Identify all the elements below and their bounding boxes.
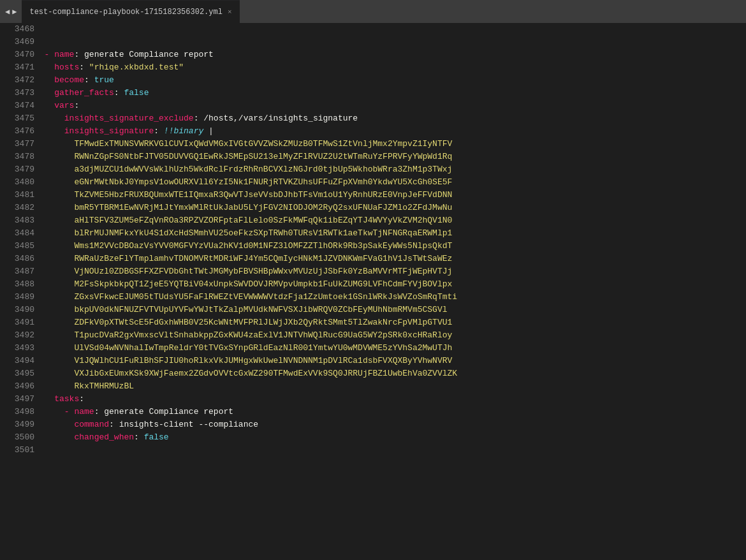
table-row: 3481 TkZVME5HbzFRUXBQUmxWTE1IQmxaR3QwVTJ… xyxy=(0,189,746,202)
tab-close-button[interactable]: × xyxy=(228,8,232,16)
code-line: V1JQWlhCU1FuRlBhSFJIU0hoRlkxVkJUMHgxWkUw… xyxy=(34,355,746,367)
forward-arrow[interactable]: ▶ xyxy=(12,7,17,17)
line-number: 3486 xyxy=(0,253,34,265)
code-line: ZDFkV0pXTWtScE5FdGxhWHB0V25KcWNtMVFPRlJL… xyxy=(34,316,746,329)
table-row: 3498 - name: generate Compliance report xyxy=(0,406,746,418)
code-line: command: insights-client --compliance xyxy=(34,418,746,431)
line-number: 3490 xyxy=(0,304,34,316)
editor-window: ◀ ▶ test-compliance-playbook-17151823563… xyxy=(0,0,746,560)
line-number: 3474 xyxy=(0,99,34,112)
title-bar: ◀ ▶ test-compliance-playbook-17151823563… xyxy=(0,0,746,23)
table-row: 3476 insights_signature: !!binary | xyxy=(0,125,746,138)
table-row: 3471 hosts: "rhiqe.xkbdxd.test" xyxy=(0,61,746,74)
line-number: 3468 xyxy=(0,23,34,36)
code-line: ZGxsVFkwcEJUM05tTUdsYU5FaFlRWEZtVEVWWWWV… xyxy=(34,291,746,304)
code-line: - name: generate Compliance report xyxy=(34,48,746,61)
table-row: 3484 blRrMUJNMFkxYkU4S1dXcHdSMmhVU25oeFk… xyxy=(0,227,746,240)
line-number: 3499 xyxy=(0,418,34,431)
line-number: 3478 xyxy=(0,151,34,163)
code-line: eGNrMWtNbkJ0YmpsV1owOURXVll6YzI5Nk1FNURj… xyxy=(34,176,746,189)
code-line: aHlTSFV3ZUM5eFZqVnROa3RPZVZORFptaFlLelo0… xyxy=(34,214,746,227)
table-row: 3497 tasks: xyxy=(0,393,746,406)
line-number: 3501 xyxy=(0,444,34,457)
line-number: 3494 xyxy=(0,355,34,367)
line-number: 3477 xyxy=(0,138,34,151)
editor-scroll-area[interactable]: 3468 3469 3470 - name: generate Complian… xyxy=(0,23,746,560)
code-line: vars: xyxy=(34,99,746,112)
table-row: 3493 UlVSd04wNVNhalIwTmpReldrY0tTVGxSYnp… xyxy=(0,342,746,355)
line-number: 3470 xyxy=(0,48,34,61)
line-number: 3473 xyxy=(0,87,34,99)
line-number: 3488 xyxy=(0,278,34,291)
table-row: 3482 bmR5YTBRM1EwNVRjM1JtYmxWMlRtUkJabU5… xyxy=(0,202,746,214)
table-row: 3491 ZDFkV0pXTWtScE5FdGxhWHB0V25KcWNtMVF… xyxy=(0,316,746,329)
code-line xyxy=(34,23,746,36)
line-number: 3496 xyxy=(0,380,34,393)
line-number: 3497 xyxy=(0,393,34,406)
table-row: 3490 bkpUV0dkNFNUZFVTVUpUYVFwYWJtTkZalpM… xyxy=(0,304,746,316)
line-number: 3493 xyxy=(0,342,34,355)
table-row: 3495 VXJibGxEUmxKSk9XWjFaemx2ZGdvOVVtcGx… xyxy=(0,367,746,380)
code-line: RkxTMHRMUzBL xyxy=(34,380,746,393)
table-row: 3469 xyxy=(0,36,746,48)
code-line: insights_signature_exclude: /hosts,/vars… xyxy=(34,112,746,125)
code-line: tasks: xyxy=(34,393,746,406)
editor-tab[interactable]: test-compliance-playbook-1715182356302.y… xyxy=(22,0,239,23)
table-row: 3492 T1pucDVaR2gxVmxscVltSnhabkppZGxKWU4… xyxy=(0,329,746,342)
line-number: 3469 xyxy=(0,36,34,48)
table-row: 3487 VjNOUzl0ZDBGSFFXZFVDbGhtTWtJMGMybFB… xyxy=(0,265,746,278)
line-number: 3480 xyxy=(0,176,34,189)
code-line: TFMwdExTMUNSVWRKVGlCUVIxQWdVMGxIVGtGVVZW… xyxy=(34,138,746,151)
line-number: 3485 xyxy=(0,240,34,253)
line-number: 3489 xyxy=(0,291,34,304)
code-line: changed_when: false xyxy=(34,431,746,444)
code-line: RWRaUzBzeFlYTmplamhvTDNOMVRtMDRiWFJ4Ym5C… xyxy=(34,253,746,265)
line-number: 3487 xyxy=(0,265,34,278)
line-number: 3476 xyxy=(0,125,34,138)
line-number: 3479 xyxy=(0,163,34,176)
table-row: 3479 a3djMUZCU1dwWVVsWklhUzh5WkdRclFrdzR… xyxy=(0,163,746,176)
nav-arrows[interactable]: ◀ ▶ xyxy=(5,7,17,17)
line-number: 3481 xyxy=(0,189,34,202)
line-number: 3500 xyxy=(0,431,34,444)
table-row: 3475 insights_signature_exclude: /hosts,… xyxy=(0,112,746,125)
table-row: 3494 V1JQWlhCU1FuRlBhSFJIU0hoRlkxVkJUMHg… xyxy=(0,355,746,367)
table-row: 3488 M2FsSkpkbkpQT1ZjeE5YQTBiV04xUnpkSWV… xyxy=(0,278,746,291)
table-row: 3468 xyxy=(0,23,746,36)
code-line: VjNOUzl0ZDBGSFFXZFVDbGhtTWtJMGMybFBVSHBp… xyxy=(34,265,746,278)
code-line: a3djMUZCU1dwWVVsWklhUzh5WkdRclFrdzRhRnBC… xyxy=(34,163,746,176)
code-line xyxy=(34,444,746,457)
tab-filename: test-compliance-playbook-1715182356302.y… xyxy=(29,8,222,17)
code-line: blRrMUJNMFkxYkU4S1dXcHdSMmhVU25oeFkzSXpT… xyxy=(34,227,746,240)
line-number: 3491 xyxy=(0,316,34,329)
code-line: gather_facts: false xyxy=(34,87,746,99)
back-arrow[interactable]: ◀ xyxy=(5,7,10,17)
table-row: 3483 aHlTSFV3ZUM5eFZqVnROa3RPZVZORFptaFl… xyxy=(0,214,746,227)
code-line: become: true xyxy=(34,74,746,87)
table-row: 3501 xyxy=(0,444,746,457)
line-number: 3475 xyxy=(0,112,34,125)
code-line: VXJibGxEUmxKSk9XWjFaemx2ZGdvOVVtcGxWZ290… xyxy=(34,367,746,380)
code-table: 3468 3469 3470 - name: generate Complian… xyxy=(0,23,746,457)
table-row: 3485 Wms1M2VVcDBOazVsYVV0MGFVYzVUa2hKV1d… xyxy=(0,240,746,253)
table-row: 3473 gather_facts: false xyxy=(0,87,746,99)
line-number: 3498 xyxy=(0,406,34,418)
code-line: bmR5YTBRM1EwNVRjM1JtYmxWMlRtUkJabU5LYjFG… xyxy=(34,202,746,214)
line-number: 3471 xyxy=(0,61,34,74)
code-line: Wms1M2VVcDBOazVsYVV0MGFVYzVUa2hKV1d0M1NF… xyxy=(34,240,746,253)
line-number: 3472 xyxy=(0,74,34,87)
table-row: 3489 ZGxsVFkwcEJUM05tTUdsYU5FaFlRWEZtVEV… xyxy=(0,291,746,304)
line-number: 3484 xyxy=(0,227,34,240)
code-line: M2FsSkpkbkpQT1ZjeE5YQTBiV04xUnpkSWVDOVJR… xyxy=(34,278,746,291)
table-row: 3480 eGNrMWtNbkJ0YmpsV1owOURXVll6YzI5Nk1… xyxy=(0,176,746,189)
code-line: T1pucDVaR2gxVmxscVltSnhabkppZGxKWU4zaExl… xyxy=(34,329,746,342)
table-row: 3499 command: insights-client --complian… xyxy=(0,418,746,431)
line-number: 3495 xyxy=(0,367,34,380)
table-row: 3477 TFMwdExTMUNSVWRKVGlCUVIxQWdVMGxIVGt… xyxy=(0,138,746,151)
code-line: hosts: "rhiqe.xkbdxd.test" xyxy=(34,61,746,74)
table-row: 3478 RWNnZGpFS0NtbFJTV05DUVVGQ1EwRkJSMEp… xyxy=(0,151,746,163)
table-row: 3496 RkxTMHRMUzBL xyxy=(0,380,746,393)
table-row: 3470 - name: generate Compliance report xyxy=(0,48,746,61)
line-number: 3483 xyxy=(0,214,34,227)
table-row: 3500 changed_when: false xyxy=(0,431,746,444)
